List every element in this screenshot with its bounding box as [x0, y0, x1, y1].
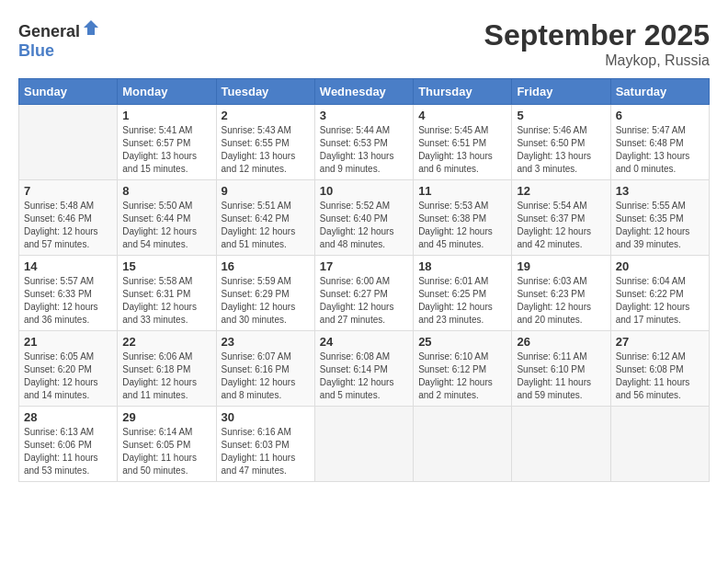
calendar-cell: 25Sunrise: 6:10 AMSunset: 6:12 PMDayligh… — [414, 331, 512, 407]
day-of-week-header: Friday — [512, 79, 610, 105]
day-info: Sunrise: 5:59 AMSunset: 6:29 PMDaylight:… — [222, 275, 310, 327]
calendar-cell: 16Sunrise: 5:59 AMSunset: 6:29 PMDayligh… — [216, 256, 314, 331]
title-block: September 2025 Maykop, Russia — [484, 18, 710, 69]
calendar-cell: 4Sunrise: 5:45 AMSunset: 6:51 PMDaylight… — [414, 105, 512, 180]
calendar-cell: 10Sunrise: 5:52 AMSunset: 6:40 PMDayligh… — [314, 180, 413, 256]
day-number: 30 — [222, 410, 310, 424]
day-number: 26 — [517, 335, 605, 349]
day-number: 3 — [320, 109, 408, 122]
calendar-cell: 15Sunrise: 5:58 AMSunset: 6:31 PMDayligh… — [118, 256, 216, 331]
day-info: Sunrise: 6:10 AMSunset: 6:12 PMDaylight:… — [418, 350, 506, 402]
logo-blue: Blue — [18, 41, 54, 60]
day-of-week-header: Saturday — [610, 79, 709, 105]
day-number: 19 — [517, 259, 605, 273]
calendar-cell: 30Sunrise: 6:16 AMSunset: 6:03 PMDayligh… — [216, 407, 314, 482]
day-number: 20 — [616, 259, 704, 273]
calendar-cell: 2Sunrise: 5:43 AMSunset: 6:55 PMDaylight… — [216, 105, 314, 180]
day-info: Sunrise: 5:41 AMSunset: 6:57 PMDaylight:… — [122, 124, 210, 176]
day-info: Sunrise: 5:58 AMSunset: 6:31 PMDaylight:… — [122, 275, 210, 327]
day-info: Sunrise: 6:12 AMSunset: 6:08 PMDaylight:… — [616, 350, 704, 402]
day-number: 28 — [24, 410, 112, 424]
day-info: Sunrise: 5:46 AMSunset: 6:50 PMDaylight:… — [517, 124, 605, 176]
calendar-header-row: SundayMondayTuesdayWednesdayThursdayFrid… — [19, 79, 710, 105]
calendar-cell: 6Sunrise: 5:47 AMSunset: 6:48 PMDaylight… — [610, 105, 709, 180]
calendar-cell: 8Sunrise: 5:50 AMSunset: 6:44 PMDaylight… — [118, 180, 216, 256]
day-number: 14 — [24, 259, 112, 273]
day-number: 27 — [616, 335, 704, 349]
calendar-cell — [19, 105, 118, 180]
day-info: Sunrise: 6:11 AMSunset: 6:10 PMDaylight:… — [517, 350, 605, 402]
day-number: 17 — [320, 259, 408, 273]
day-of-week-header: Sunday — [19, 79, 118, 105]
day-of-week-header: Thursday — [414, 79, 512, 105]
day-info: Sunrise: 5:55 AMSunset: 6:35 PMDaylight:… — [616, 200, 704, 251]
calendar-cell: 12Sunrise: 5:54 AMSunset: 6:37 PMDayligh… — [512, 180, 610, 256]
day-info: Sunrise: 5:48 AMSunset: 6:46 PMDaylight:… — [24, 200, 112, 251]
calendar-cell: 28Sunrise: 6:13 AMSunset: 6:06 PMDayligh… — [19, 407, 118, 482]
day-number: 13 — [616, 184, 704, 198]
day-number: 16 — [222, 259, 310, 273]
calendar-week-row: 28Sunrise: 6:13 AMSunset: 6:06 PMDayligh… — [19, 407, 710, 482]
calendar-cell: 22Sunrise: 6:06 AMSunset: 6:18 PMDayligh… — [118, 331, 216, 407]
calendar-cell: 9Sunrise: 5:51 AMSunset: 6:42 PMDaylight… — [216, 180, 314, 256]
day-number: 25 — [418, 335, 506, 349]
calendar-cell: 1Sunrise: 5:41 AMSunset: 6:57 PMDaylight… — [118, 105, 216, 180]
calendar-cell: 21Sunrise: 6:05 AMSunset: 6:20 PMDayligh… — [19, 331, 118, 407]
calendar-week-row: 7Sunrise: 5:48 AMSunset: 6:46 PMDaylight… — [19, 180, 710, 256]
calendar-cell: 20Sunrise: 6:04 AMSunset: 6:22 PMDayligh… — [610, 256, 709, 331]
logo-icon — [82, 18, 100, 37]
day-number: 8 — [122, 184, 210, 198]
day-number: 5 — [517, 109, 605, 122]
month-title: September 2025 — [484, 18, 710, 52]
calendar-cell: 17Sunrise: 6:00 AMSunset: 6:27 PMDayligh… — [314, 256, 413, 331]
day-info: Sunrise: 5:54 AMSunset: 6:37 PMDaylight:… — [517, 200, 605, 251]
calendar-cell — [610, 407, 709, 482]
day-info: Sunrise: 6:06 AMSunset: 6:18 PMDaylight:… — [122, 350, 210, 402]
day-number: 21 — [24, 335, 112, 349]
calendar-cell: 26Sunrise: 6:11 AMSunset: 6:10 PMDayligh… — [512, 331, 610, 407]
day-number: 29 — [122, 410, 210, 424]
calendar-cell — [512, 407, 610, 482]
day-info: Sunrise: 6:16 AMSunset: 6:03 PMDaylight:… — [222, 426, 310, 477]
calendar-cell: 13Sunrise: 5:55 AMSunset: 6:35 PMDayligh… — [610, 180, 709, 256]
day-info: Sunrise: 6:00 AMSunset: 6:27 PMDaylight:… — [320, 275, 408, 327]
day-info: Sunrise: 5:57 AMSunset: 6:33 PMDaylight:… — [24, 275, 112, 327]
day-info: Sunrise: 5:45 AMSunset: 6:51 PMDaylight:… — [418, 124, 506, 176]
day-number: 24 — [320, 335, 408, 349]
calendar-cell: 27Sunrise: 6:12 AMSunset: 6:08 PMDayligh… — [610, 331, 709, 407]
svg-marker-0 — [84, 20, 98, 35]
page-header: General Blue September 2025 Maykop, Russ… — [18, 18, 710, 69]
day-number: 18 — [418, 259, 506, 273]
day-info: Sunrise: 5:51 AMSunset: 6:42 PMDaylight:… — [222, 200, 310, 251]
calendar-week-row: 14Sunrise: 5:57 AMSunset: 6:33 PMDayligh… — [19, 256, 710, 331]
calendar-cell: 3Sunrise: 5:44 AMSunset: 6:53 PMDaylight… — [314, 105, 413, 180]
day-info: Sunrise: 6:05 AMSunset: 6:20 PMDaylight:… — [24, 350, 112, 402]
day-info: Sunrise: 6:13 AMSunset: 6:06 PMDaylight:… — [24, 426, 112, 477]
calendar-cell: 5Sunrise: 5:46 AMSunset: 6:50 PMDaylight… — [512, 105, 610, 180]
day-number: 7 — [24, 184, 112, 198]
day-info: Sunrise: 5:52 AMSunset: 6:40 PMDaylight:… — [320, 200, 408, 251]
calendar-cell: 23Sunrise: 6:07 AMSunset: 6:16 PMDayligh… — [216, 331, 314, 407]
calendar-cell — [314, 407, 413, 482]
day-number: 9 — [222, 184, 310, 198]
day-number: 4 — [418, 109, 506, 122]
calendar-cell: 29Sunrise: 6:14 AMSunset: 6:05 PMDayligh… — [118, 407, 216, 482]
day-of-week-header: Tuesday — [216, 79, 314, 105]
calendar-cell: 19Sunrise: 6:03 AMSunset: 6:23 PMDayligh… — [512, 256, 610, 331]
calendar-cell: 7Sunrise: 5:48 AMSunset: 6:46 PMDaylight… — [19, 180, 118, 256]
calendar-cell: 24Sunrise: 6:08 AMSunset: 6:14 PMDayligh… — [314, 331, 413, 407]
location-title: Maykop, Russia — [484, 52, 710, 69]
day-number: 2 — [222, 109, 310, 122]
day-number: 12 — [517, 184, 605, 198]
day-info: Sunrise: 6:04 AMSunset: 6:22 PMDaylight:… — [616, 275, 704, 327]
calendar-cell: 18Sunrise: 6:01 AMSunset: 6:25 PMDayligh… — [414, 256, 512, 331]
day-info: Sunrise: 5:43 AMSunset: 6:55 PMDaylight:… — [222, 124, 310, 176]
day-info: Sunrise: 6:01 AMSunset: 6:25 PMDaylight:… — [418, 275, 506, 327]
day-number: 15 — [122, 259, 210, 273]
day-info: Sunrise: 5:47 AMSunset: 6:48 PMDaylight:… — [616, 124, 704, 176]
day-info: Sunrise: 6:08 AMSunset: 6:14 PMDaylight:… — [320, 350, 408, 402]
day-info: Sunrise: 6:14 AMSunset: 6:05 PMDaylight:… — [122, 426, 210, 477]
calendar-cell: 14Sunrise: 5:57 AMSunset: 6:33 PMDayligh… — [19, 256, 118, 331]
day-of-week-header: Wednesday — [314, 79, 413, 105]
calendar-cell — [414, 407, 512, 482]
